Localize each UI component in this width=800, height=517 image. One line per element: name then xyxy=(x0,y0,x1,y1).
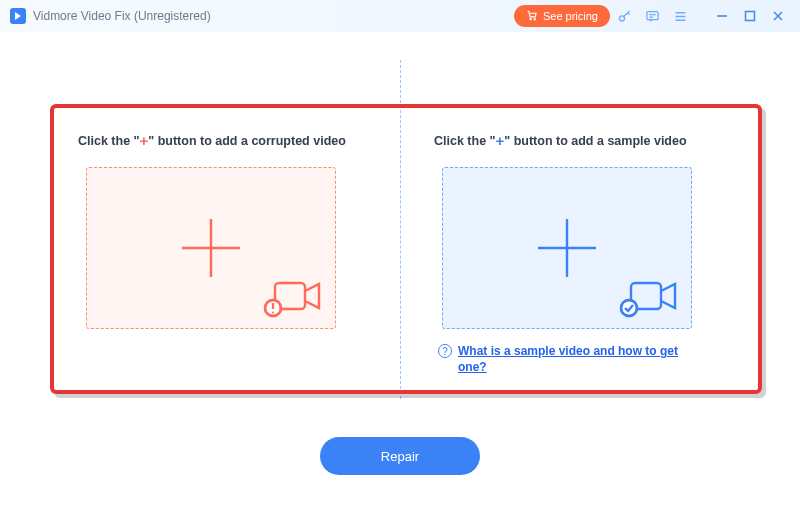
see-pricing-label: See pricing xyxy=(543,10,598,22)
corrupted-video-panel: Click the "+" button to add a corrupted … xyxy=(50,104,406,394)
plus-icon xyxy=(176,213,246,283)
titlebar: Vidmore Video Fix (Unregistered) See pri… xyxy=(0,0,800,32)
app-logo-icon xyxy=(10,8,26,24)
plus-icon xyxy=(532,213,602,283)
see-pricing-button[interactable]: See pricing xyxy=(514,5,610,27)
svg-point-0 xyxy=(530,18,531,19)
key-icon[interactable] xyxy=(610,0,638,32)
camera-check-icon xyxy=(619,276,681,322)
add-sample-video-dropzone[interactable] xyxy=(442,167,692,329)
camera-alert-icon xyxy=(263,276,325,322)
sample-video-panel: Click the "+" button to add a sample vid… xyxy=(406,104,762,394)
svg-rect-3 xyxy=(646,11,657,19)
repair-button[interactable]: Repair xyxy=(320,437,480,475)
main-area: Click the "+" button to add a corrupted … xyxy=(0,32,800,517)
corrupted-instruction: Click the "+" button to add a corrupted … xyxy=(78,132,378,149)
add-corrupted-video-dropzone[interactable] xyxy=(86,167,336,329)
plus-glyph-icon: + xyxy=(496,132,505,149)
maximize-button[interactable] xyxy=(736,0,764,32)
menu-icon[interactable] xyxy=(666,0,694,32)
close-button[interactable] xyxy=(764,0,792,32)
sample-instruction: Click the "+" button to add a sample vid… xyxy=(434,132,734,149)
minimize-button[interactable] xyxy=(708,0,736,32)
app-title: Vidmore Video Fix (Unregistered) xyxy=(33,9,211,23)
help-icon: ? xyxy=(438,344,452,358)
sample-help-row: ? What is a sample video and how to get … xyxy=(438,343,734,375)
cart-icon xyxy=(526,10,538,23)
svg-rect-4 xyxy=(746,12,755,21)
svg-point-9 xyxy=(272,312,274,314)
plus-glyph-icon: + xyxy=(140,132,149,149)
sample-help-link[interactable]: What is a sample video and how to get on… xyxy=(458,343,698,375)
svg-point-2 xyxy=(619,15,624,20)
feedback-icon[interactable] xyxy=(638,0,666,32)
svg-point-1 xyxy=(534,18,535,19)
